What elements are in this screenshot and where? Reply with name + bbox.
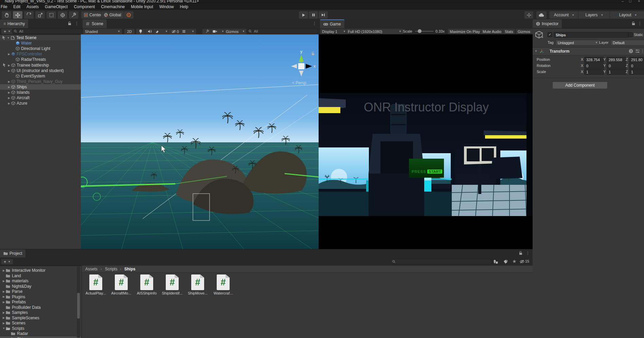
menu-gameobject[interactable]: GameObject [42,4,71,9]
foldout-icon[interactable]: ▶ [2,269,6,272]
collab-status-icon[interactable] [124,11,134,19]
hierarchy-item-ships[interactable]: ▶ Ships [0,84,81,90]
play-button[interactable] [299,11,308,19]
folder-item[interactable]: Night&Day [0,284,81,289]
hierarchy-item-test-scene[interactable]: ▼ Test Scene [0,35,81,40]
menu-mobile-input[interactable]: Mobile Input [128,4,156,9]
hierarchy-item-water[interactable]: Water [0,40,81,46]
scene-gizmos-dropdown[interactable]: Gizmos▼ [224,29,247,34]
filter-by-label-icon[interactable] [503,260,508,264]
scene-effects-dropdown[interactable]: ▼ [153,29,170,34]
foldout-icon[interactable]: ▶ [2,280,6,283]
display-dropdown[interactable]: Display 1▼ [320,29,348,34]
foldout-open-icon[interactable]: ▼ [6,36,11,39]
cloud-icon[interactable] [536,11,547,19]
breadcrumb-scripts[interactable]: Scripts [105,267,118,271]
menu-component[interactable]: Component [71,4,98,9]
folder-item[interactable]: ▶Scenes [0,320,81,326]
scale-slider-knob[interactable] [418,29,422,33]
position-x-input[interactable] [586,57,603,62]
hierarchy-search[interactable] [12,29,83,34]
hierarchy-item-radarthreats[interactable]: RadarThreats [0,57,81,62]
mute-audio-toggle[interactable]: Mute Audio [481,29,503,34]
asset-file[interactable]: # ShipMove... [187,274,208,295]
hierarchy-item-trainee-battleship[interactable]: ▶ Trainee battleship [0,63,81,68]
asset-file[interactable]: # AISShipInfo [136,274,157,295]
shading-mode-dropdown[interactable]: Shaded▼ [83,29,122,34]
folder-item[interactable]: ▶Interactive Monitor [0,268,81,273]
tab-hierarchy[interactable]: ≡ Hierarchy [0,19,28,28]
scene-search-input[interactable] [253,29,316,34]
folder-item[interactable]: ▶SampleScenes [0,315,81,321]
filter-by-type-icon[interactable] [493,260,498,264]
tag-dropdown[interactable]: Untagged▼ [556,40,600,46]
hierarchy-item-eventsystem[interactable]: EventSystem [0,73,81,79]
lock-icon[interactable] [519,251,522,255]
asset-file[interactable]: # AircraftMo... [111,274,132,295]
folder-item[interactable]: ▶Plugins [0,294,81,300]
layout-dropdown[interactable]: Layout▼ [609,11,644,19]
foldout-open-icon[interactable]: ▼ [2,327,6,330]
foldout-icon[interactable]: ▶ [2,316,6,319]
lock-icon[interactable] [632,21,635,25]
pointer-pick-icon[interactable] [2,63,7,67]
rotation-z-input[interactable] [630,64,644,68]
persp-label[interactable]: < Persp [292,81,306,85]
static-checkbox[interactable] [628,32,633,37]
custom-tool-icon[interactable] [69,11,79,19]
create-add-button[interactable]: +▼ [1,259,13,265]
hand-tool-icon[interactable] [1,11,12,19]
asset-file[interactable]: # ShipIdentif... [162,274,183,295]
gizmo-cube[interactable] [298,63,304,69]
account-dropdown[interactable]: Account▼ [549,11,579,19]
menu-file[interactable]: File [0,4,10,9]
foldout-icon[interactable]: ▶ [7,53,11,56]
scrollbar-thumb[interactable] [77,293,80,319]
close-button[interactable]: × [638,0,640,3]
folder-item-ships[interactable]: Ships [0,336,81,338]
asset-file[interactable]: # Watercraf... [213,274,234,295]
asset-file[interactable]: # ActualPlay... [85,274,106,295]
rotation-x-input[interactable] [586,64,603,68]
tab-project[interactable]: Project [0,249,25,257]
tab-scene[interactable]: Scene [83,19,107,28]
kebab-menu-icon[interactable]: ⋮ [641,49,644,53]
foldout-icon[interactable]: ▶ [7,80,11,83]
project-search[interactable] [390,259,493,264]
kebab-menu-icon[interactable]: ⋮ [526,251,530,255]
folder-item[interactable]: ▶Samples [0,310,81,315]
folder-item[interactable]: ▶Prefabs [0,299,81,305]
maximize-on-play-toggle[interactable]: Maximize On Play [448,29,482,34]
folder-item-radar[interactable]: Radar [0,331,81,336]
scale-x-input[interactable] [586,70,603,74]
folder-item[interactable]: ▶Parse [0,289,81,294]
scale-z-input[interactable] [630,70,644,74]
layer-dropdown[interactable]: Default▼ [611,40,644,46]
kebab-menu-icon[interactable]: ⋮ [75,21,79,26]
rotation-z-field[interactable] [629,63,644,69]
rotation-x-field[interactable] [584,63,604,69]
position-z-field[interactable] [629,57,644,63]
position-y-input[interactable] [608,57,625,62]
rotation-y-input[interactable] [608,64,625,68]
scene-grid-dropdown[interactable]: ▼ [180,29,196,34]
kebab-menu-icon[interactable]: ⋮ [312,21,317,26]
position-y-field[interactable] [607,57,626,63]
stats-toggle[interactable]: Stats [503,29,515,34]
maximize-button[interactable]: □ [629,0,631,3]
scale-y-field[interactable] [607,69,626,75]
foldout-icon[interactable]: ▶ [2,295,6,298]
scale-tool-icon[interactable] [35,11,45,19]
menu-assets[interactable]: Assets [23,4,42,9]
minimize-button[interactable]: – [622,0,624,3]
active-checkbox[interactable]: ✓ [548,32,552,37]
folder-item[interactable]: ProBuilder Data [0,305,81,310]
scale-x-field[interactable] [584,69,604,75]
step-button[interactable] [318,11,328,19]
start-button[interactable]: START [427,170,442,174]
menu-cinemachine[interactable]: Cinemachine [98,4,128,9]
menu-help[interactable]: Help [177,4,192,9]
transform-tool-icon[interactable] [57,11,68,19]
lock-icon[interactable] [68,21,71,25]
project-search-input[interactable] [397,259,490,264]
